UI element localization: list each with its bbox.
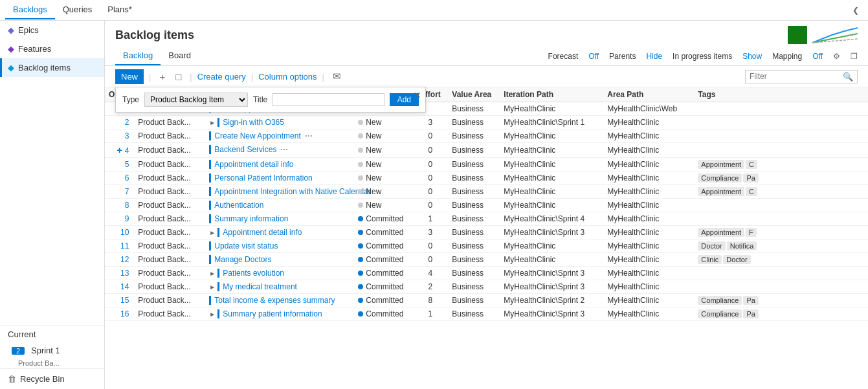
table-row[interactable]: 10Product Back...►Appointment detail inf… — [105, 226, 868, 239]
table-row[interactable]: 8Product Back...AuthenticationNew0Busine… — [105, 199, 868, 212]
cell-title[interactable]: ►Sign-in with O365 — [205, 116, 354, 129]
title-link[interactable]: My medical treatment — [223, 282, 297, 291]
close-add-item-button[interactable]: ✕ — [414, 90, 421, 100]
tab-plans[interactable]: Plans* — [100, 1, 140, 19]
title-link[interactable]: Patients evolution — [223, 269, 284, 278]
cell-title[interactable]: Summary information — [205, 212, 354, 225]
row-ellipsis-menu[interactable]: ⋯ — [305, 131, 313, 140]
in-progress-toggle[interactable]: Show — [742, 52, 762, 61]
order-link[interactable]: 2 — [125, 118, 129, 127]
sub-tab-board[interactable]: Board — [161, 47, 199, 65]
sidebar-item-epics[interactable]: ◆ Epics — [0, 21, 104, 39]
title-link[interactable]: Backend Services — [214, 145, 276, 154]
table-row[interactable]: 5Product Back...Appointment detail infoN… — [105, 158, 868, 172]
title-link[interactable]: Summary patient information — [223, 309, 322, 318]
cell-title[interactable]: Update visit status — [205, 239, 354, 252]
expand-arrow[interactable]: ► — [209, 229, 216, 236]
table-row[interactable]: 9Product Back...Summary informationCommi… — [105, 212, 868, 226]
cell-title[interactable]: ►Appointment detail info — [205, 226, 354, 239]
order-link[interactable]: 16 — [120, 309, 129, 318]
type-select[interactable]: Product Backlog Item — [144, 93, 248, 107]
column-options-link[interactable]: Column options — [258, 72, 317, 82]
title-link[interactable]: Total income & expenses summary — [214, 296, 335, 305]
recycle-bin-item[interactable]: 🗑 Recycle Bin — [0, 368, 104, 389]
order-link[interactable]: 7 — [125, 187, 129, 196]
expand-arrow[interactable]: ► — [209, 119, 216, 126]
cell-title[interactable]: ►My medical treatment — [205, 280, 354, 293]
sub-tab-backlog[interactable]: Backlog — [115, 47, 161, 65]
table-row[interactable]: 11Product Back...Update visit statusComm… — [105, 239, 868, 253]
title-link[interactable]: Appointment detail info — [214, 160, 293, 169]
order-link[interactable]: 5 — [125, 160, 129, 169]
cell-title[interactable]: Manage Doctors — [205, 253, 354, 266]
table-row[interactable]: +4Product Back...Backend Services⋯New0Bu… — [105, 143, 868, 158]
order-link[interactable]: 15 — [120, 296, 129, 305]
title-link[interactable]: Personal Patient Information — [214, 173, 312, 183]
cell-title[interactable]: Appointment Integration with Native Cale… — [205, 185, 354, 198]
add-child-inline-button[interactable]: + — [117, 145, 122, 155]
expand-arrow[interactable]: ► — [209, 283, 216, 291]
table-row[interactable]: 14Product Back...►My medical treatmentCo… — [105, 280, 868, 294]
sidebar-item-backlog-items[interactable]: ◆ Backlog items — [0, 58, 104, 77]
sprint-1-row[interactable]: 2 Sprint 1 — [0, 343, 104, 358]
table-row[interactable]: 6Product Back...Personal Patient Informa… — [105, 172, 868, 185]
table-row[interactable]: 2Product Back...►Sign-in with O365New3Bu… — [105, 116, 868, 129]
gear-icon[interactable]: ⚙ — [833, 52, 840, 61]
parents-toggle[interactable]: Hide — [646, 52, 662, 61]
sidebar-item-features[interactable]: ◆ Features — [0, 39, 104, 58]
order-link[interactable]: 3 — [125, 131, 129, 140]
title-input[interactable] — [273, 93, 384, 106]
expand-arrow[interactable]: ► — [209, 270, 216, 277]
mail-icon-button[interactable]: ✉ — [329, 69, 344, 84]
cell-title[interactable]: ►Patients evolution — [205, 267, 354, 280]
title-link[interactable]: Sign-in with O365 — [223, 118, 284, 127]
cell-title[interactable]: Appointment detail info — [205, 158, 354, 171]
add-child-icon-button[interactable]: + — [156, 69, 168, 84]
col-header-iteration-path: Iteration Path — [500, 87, 603, 102]
cell-title[interactable]: Create New Appointment⋯ — [205, 129, 354, 142]
cell-title[interactable]: Backend Services⋯ — [205, 143, 354, 156]
row-ellipsis-menu[interactable]: ⋯ — [280, 145, 288, 154]
cell-title[interactable]: ►Summary patient information — [205, 307, 354, 320]
table-row[interactable]: 12Product Back...Manage DoctorsCommitted… — [105, 253, 868, 267]
tab-queries[interactable]: Queries — [55, 1, 100, 19]
cell-title[interactable]: Authentication — [205, 199, 354, 212]
collapse-sidebar-button[interactable]: ❮ — [849, 5, 863, 16]
order-link[interactable]: 9 — [125, 214, 129, 223]
expand-icon[interactable]: ❐ — [851, 52, 858, 61]
order-link[interactable]: 14 — [120, 282, 129, 291]
title-link[interactable]: Update visit status — [214, 241, 278, 250]
table-row[interactable]: 13Product Back...►Patients evolutionComm… — [105, 267, 868, 280]
table-row[interactable]: 16Product Back...►Summary patient inform… — [105, 307, 868, 321]
cell-title[interactable]: Total income & expenses summary — [205, 294, 354, 307]
order-link[interactable]: 6 — [125, 173, 129, 183]
cell-value-area: Business — [448, 280, 500, 294]
title-link[interactable]: Appointment Integration with Native Cale… — [214, 187, 370, 196]
title-link[interactable]: Create New Appointment — [214, 131, 300, 140]
order-link[interactable]: 8 — [125, 201, 129, 210]
title-link[interactable]: Manage Doctors — [214, 255, 271, 264]
cell-title[interactable]: Personal Patient Information — [205, 172, 354, 184]
create-query-link[interactable]: Create query — [197, 72, 246, 82]
work-type-bar — [209, 145, 211, 154]
title-link[interactable]: Authentication — [214, 201, 263, 210]
cell-iteration-path: MyHealthClinic — [500, 129, 603, 143]
mapping-toggle[interactable]: Off — [812, 52, 823, 61]
order-link[interactable]: 10 — [120, 228, 129, 237]
new-button[interactable]: New — [115, 69, 144, 84]
table-row[interactable]: 7Product Back...Appointment Integration … — [105, 185, 868, 199]
order-link[interactable]: 11 — [120, 241, 129, 250]
tab-backlogs[interactable]: Backlogs — [5, 1, 55, 19]
work-type-bar — [217, 309, 219, 318]
title-link[interactable]: Appointment detail info — [223, 228, 302, 237]
forecast-toggle[interactable]: Off — [588, 52, 599, 61]
expand-all-button[interactable]: □ — [172, 69, 184, 84]
filter-input[interactable] — [750, 72, 840, 81]
title-link[interactable]: Summary information — [214, 214, 288, 223]
table-row[interactable]: 15Product Back...Total income & expenses… — [105, 294, 868, 307]
order-link[interactable]: 13 — [120, 269, 129, 278]
expand-arrow[interactable]: ► — [209, 311, 216, 318]
order-link[interactable]: 4 — [125, 146, 129, 155]
order-link[interactable]: 12 — [120, 255, 129, 264]
table-row[interactable]: 3Product Back...Create New Appointment⋯N… — [105, 129, 868, 143]
